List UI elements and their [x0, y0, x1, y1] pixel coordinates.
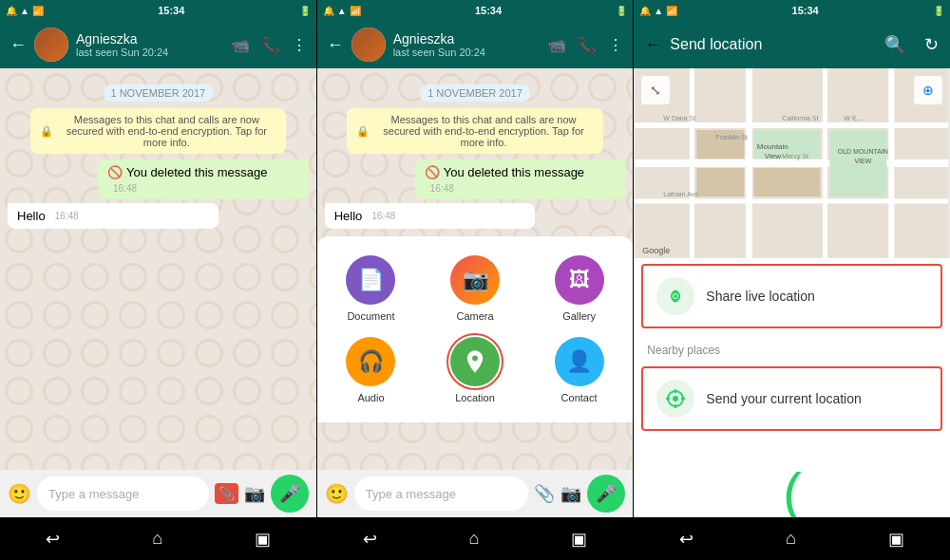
header-icons-2: 📹 📞 ⋮ [547, 36, 623, 54]
location-icon [450, 337, 500, 386]
last-seen-1: last seen Sun 20:24 [76, 47, 223, 58]
back-nav-icon-2[interactable]: ↩ [363, 529, 377, 550]
status-bar-2: 🔔 ▲ 📶 15:34 🔋 [317, 0, 634, 21]
share-menu: 📄 Document 📷 Camera 🖼 Gallery 🎧 Audio [317, 236, 634, 422]
wifi-icon-2: ▲ [337, 6, 347, 16]
send-location-header: ← Send location 🔍 ↻ [634, 21, 950, 68]
more-options-icon-2[interactable]: ⋮ [608, 36, 623, 54]
back-button-3[interactable]: ← [645, 36, 660, 53]
camera-share-icon: 📷 [450, 255, 500, 305]
avatar-2 [352, 28, 386, 62]
svg-text:Mountain: Mountain [757, 142, 788, 151]
svg-text:Franklin St: Franklin St [716, 134, 749, 140]
contact-label: Contact [561, 392, 598, 403]
bottom-nav-2: ↩ ⌂ ▣ [316, 517, 633, 560]
screen-2: 🔔 ▲ 📶 15:34 🔋 ← Agnieszka last seen Sun … [317, 0, 635, 517]
svg-rect-13 [754, 168, 821, 196]
emoji-button-2[interactable]: 🙂 [325, 482, 349, 505]
svg-rect-12 [697, 168, 745, 196]
phone-icon[interactable]: 📞 [261, 36, 280, 54]
document-icon: 📄 [346, 255, 395, 305]
video-call-icon-2[interactable]: 📹 [547, 36, 566, 54]
back-button-2[interactable]: ← [327, 35, 344, 55]
search-icon[interactable]: 🔍 [884, 34, 905, 55]
signal-icon-2: 📶 [350, 6, 361, 16]
status-bar-right-1: 🔋 [299, 6, 311, 16]
document-label: Document [347, 310, 394, 322]
status-bar-left-3: 🔔 ▲ 📶 [639, 6, 677, 16]
date-badge-1: 1 NOVEMBER 2017 [8, 84, 309, 101]
wifi-icon: ▲ [20, 6, 29, 16]
camera-label: Camera [456, 310, 493, 322]
map-gps-button[interactable]: ⊕ [914, 76, 942, 104]
recents-nav-icon-1[interactable]: ▣ [255, 529, 271, 550]
share-camera[interactable]: 📷 Camera [430, 255, 520, 322]
emoji-button-1[interactable]: 🙂 [8, 482, 31, 505]
camera-button-2[interactable]: 📷 [560, 483, 581, 504]
deleted-msg-bubble: 🚫 You deleted this message 16:48 [98, 159, 309, 199]
video-call-icon[interactable]: 📹 [231, 36, 250, 54]
audio-icon: 🎧 [346, 337, 395, 386]
system-msg-2[interactable]: 🔒 Messages to this chat and calls are no… [347, 108, 602, 154]
status-bar-1: 🔔 ▲ 📶 15:34 🔋 [0, 0, 316, 21]
phone-icon-2[interactable]: 📞 [578, 36, 597, 54]
send-location-title: Send location [670, 36, 875, 53]
svg-point-26 [674, 294, 677, 298]
share-location[interactable]: Location [430, 337, 520, 403]
contact-name-1: Agnieszka [76, 31, 223, 47]
hello-msg-bubble: Hello 16:48 [8, 203, 218, 229]
refresh-icon[interactable]: ↻ [924, 34, 939, 55]
nearby-places-label: Nearby places [634, 334, 950, 361]
loading-indicator: ) [634, 437, 950, 517]
svg-text:View: View [765, 152, 781, 160]
svg-text:Mercy St: Mercy St [783, 153, 809, 160]
gallery-label: Gallery [562, 310, 596, 322]
system-msg-1[interactable]: 🔒 Messages to this chat and calls are no… [30, 108, 286, 154]
message-input-2[interactable]: Type a message [354, 476, 529, 511]
deleted-icon-2: 🚫 [425, 165, 440, 179]
home-nav-icon-3[interactable]: ⌂ [786, 529, 796, 549]
chat-area-1: 1 NOVEMBER 2017 🔒 Messages to this chat … [0, 68, 316, 470]
mic-button-2[interactable]: 🎤 [587, 475, 625, 513]
send-current-location-option[interactable]: Send your current location [641, 366, 942, 431]
status-bar-3: 🔔 ▲ 📶 15:34 🔋 [634, 0, 950, 21]
hello-msg-bubble-2: Hello 16:48 [325, 203, 536, 229]
mic-button-1[interactable]: 🎤 [271, 475, 309, 513]
signal-icon: 📶 [32, 6, 44, 16]
back-nav-icon-1[interactable]: ↩ [46, 529, 60, 550]
svg-text:OLD MOUNTAIN: OLD MOUNTAIN [838, 148, 888, 155]
camera-button-1[interactable]: 📷 [244, 483, 265, 504]
recents-nav-icon-3[interactable]: ▣ [888, 529, 904, 550]
share-live-location-option[interactable]: Share live location [641, 264, 942, 328]
header-info-1: Agnieszka last seen Sun 20:24 [76, 31, 223, 58]
share-document[interactable]: 📄 Document [327, 255, 416, 322]
map-expand-button[interactable]: ⤡ [641, 76, 670, 104]
alarm-icon: 🔔 [6, 6, 17, 16]
attachment-button-1[interactable]: 📎 [215, 483, 238, 504]
status-bar-left-1: 🔔 ▲ 📶 [6, 6, 44, 16]
message-input-1[interactable]: Type a message [37, 476, 209, 511]
location-list: Share live location Nearby places [634, 258, 950, 517]
back-button-1[interactable]: ← [10, 35, 27, 55]
more-options-icon[interactable]: ⋮ [292, 36, 307, 54]
contact-icon: 👤 [555, 337, 604, 386]
status-bar-right-3: 🔋 [933, 6, 944, 16]
live-location-icon [656, 277, 694, 315]
home-nav-icon-2[interactable]: ⌂ [469, 529, 480, 549]
svg-point-28 [673, 396, 678, 401]
share-audio[interactable]: 🎧 Audio [327, 337, 416, 403]
share-gallery[interactable]: 🖼 Gallery [535, 255, 624, 322]
date-badge-2: 1 NOVEMBER 2017 [325, 84, 626, 101]
recents-nav-icon-2[interactable]: ▣ [571, 529, 587, 550]
wifi-icon-3: ▲ [654, 6, 663, 16]
battery-icon: 🔋 [299, 6, 311, 16]
chat-header-1: ← Agnieszka last seen Sun 20:24 📹 📞 ⋮ [0, 21, 316, 68]
screen-3: 🔔 ▲ 📶 15:34 🔋 ← Send location 🔍 ↻ [634, 0, 950, 517]
share-contact[interactable]: 👤 Contact [535, 337, 624, 403]
signal-icon-3: 📶 [666, 6, 677, 16]
home-nav-icon-1[interactable]: ⌂ [152, 529, 162, 549]
back-nav-icon-3[interactable]: ↩ [679, 529, 694, 550]
attachment-button-2[interactable]: 📎 [534, 483, 555, 504]
map-container[interactable]: Mountain View OLD MOUNTAIN VIEW W Dana S… [634, 68, 950, 258]
live-location-title: Share live location [706, 289, 927, 304]
